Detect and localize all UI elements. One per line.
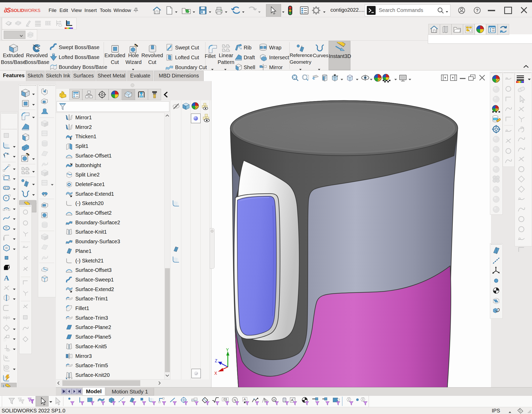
svg-text:A: A — [244, 397, 246, 401]
svg-text:X: X — [214, 371, 217, 376]
svg-text:A: A — [4, 274, 9, 282]
svg-text:03: 03 — [223, 398, 227, 401]
svg-text:Z: Z — [215, 359, 217, 363]
svg-text:Y: Y — [226, 348, 229, 352]
svg-text:A: A — [273, 398, 275, 401]
svg-text:?: ? — [476, 8, 478, 13]
